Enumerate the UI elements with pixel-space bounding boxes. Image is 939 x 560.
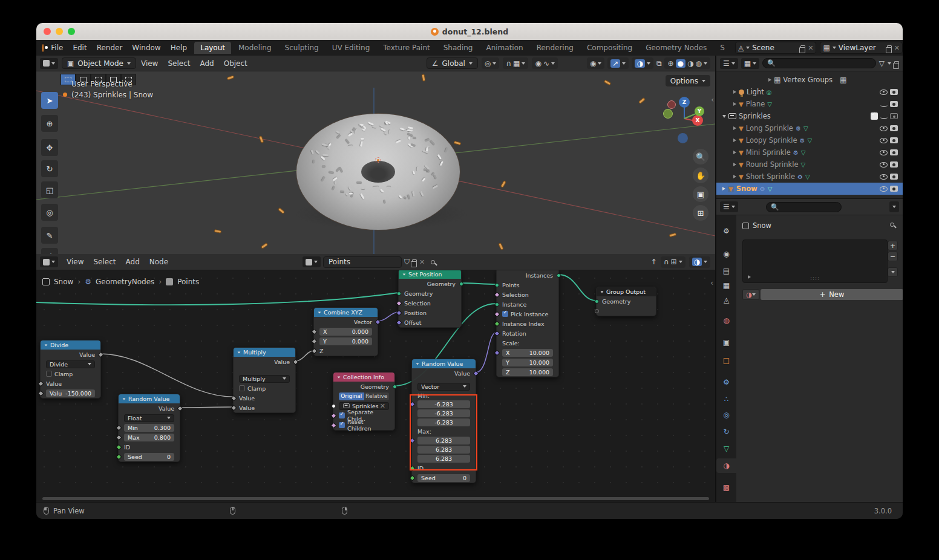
- minimize-window-button[interactable]: [56, 28, 63, 35]
- zoom-button[interactable]: 🔍: [693, 149, 708, 164]
- new-scene-icon[interactable]: [800, 45, 805, 50]
- outliner-row-vertex-groups[interactable]: ▦ Vertex Groups ▦: [716, 74, 903, 86]
- node-tree-name-field[interactable]: Points: [323, 256, 402, 268]
- menu-add[interactable]: Add: [121, 258, 145, 266]
- viewport-3d[interactable]: Options ➤ ⊕ ✥ ↻ ◱ ◎ ✎ ∠ User Perspective…: [36, 71, 715, 254]
- hide-eye-icon[interactable]: [880, 90, 888, 95]
- socket-instance-in[interactable]: [495, 302, 499, 307]
- tab-material[interactable]: ◑: [716, 458, 736, 473]
- collection-checkbox[interactable]: [871, 112, 878, 120]
- menu-file[interactable]: File: [46, 44, 68, 52]
- workspace-tab-sculpting[interactable]: Sculpting: [279, 42, 325, 54]
- workspace-tab-layout[interactable]: Layout: [194, 42, 231, 54]
- tab-view-layer[interactable]: ▦: [716, 278, 736, 293]
- disclosure-icon[interactable]: [722, 115, 726, 118]
- hidden-eye-icon[interactable]: [880, 116, 888, 119]
- socket-geometry-out[interactable]: [459, 282, 463, 286]
- hide-eye-icon[interactable]: [880, 162, 888, 168]
- workspace-tab-animation[interactable]: Animation: [480, 42, 529, 54]
- tab-constraints[interactable]: ↻: [716, 425, 736, 439]
- close-window-button[interactable]: [44, 28, 51, 35]
- outliner-row-plane[interactable]: ▼ Plane ▽: [716, 98, 903, 110]
- close-icon[interactable]: ✕: [894, 44, 900, 52]
- menu-select[interactable]: Select: [88, 258, 120, 266]
- disclosure-icon[interactable]: [722, 187, 725, 190]
- socket-collection-in[interactable]: [332, 404, 336, 408]
- node-random-value-float[interactable]: Random Value Value Float Min0.300 Max0.8…: [118, 394, 180, 462]
- new-material-button[interactable]: +New: [761, 289, 903, 300]
- gizmo-z-axis[interactable]: Z: [679, 97, 690, 108]
- outliner-row-long-sprinkle[interactable]: ▼ Long Sprinkle ⚙ ▽: [716, 122, 903, 134]
- disclosure-icon[interactable]: [733, 138, 736, 142]
- outliner-search[interactable]: 🔍: [762, 58, 876, 68]
- min-field[interactable]: Min0.300: [124, 424, 174, 432]
- reset-children-checkbox[interactable]: [339, 422, 345, 428]
- orthographic-grid-button[interactable]: ⊞: [693, 205, 708, 221]
- xray-toggle-icon[interactable]: ⧉: [656, 59, 662, 68]
- workspace-tab-rendering[interactable]: Rendering: [531, 42, 580, 54]
- socket-points-in[interactable]: [495, 283, 499, 287]
- menu-view[interactable]: View: [62, 258, 88, 266]
- data-type-dropdown[interactable]: Float: [124, 414, 174, 422]
- max-field[interactable]: Max0.800: [124, 434, 174, 441]
- hide-eye-icon[interactable]: [880, 186, 888, 192]
- maximize-window-button[interactable]: [68, 28, 75, 35]
- outliner-row-round-sprinkle[interactable]: ▼ Round Sprinkle ▽: [716, 158, 903, 171]
- disable-render-icon[interactable]: [890, 89, 898, 95]
- fake-user-shield-icon[interactable]: ⛉: [404, 258, 410, 266]
- disclosure-icon[interactable]: [733, 163, 736, 166]
- menu-add[interactable]: Add: [195, 59, 218, 68]
- tool-move[interactable]: ✥: [41, 139, 58, 156]
- socket-virtual-in[interactable]: [595, 309, 599, 313]
- wireframe-shading-icon[interactable]: ⊕: [667, 59, 673, 68]
- clamp-checkbox[interactable]: [46, 371, 52, 377]
- pivot-point-dropdown[interactable]: ◎: [482, 57, 499, 69]
- socket-geometry-in[interactable]: [595, 299, 599, 304]
- outliner-row-light[interactable]: Light ◎: [716, 86, 903, 98]
- workspace-tab-texture-paint[interactable]: Texture Paint: [377, 42, 436, 54]
- gizmo-x-axis[interactable]: X: [692, 115, 703, 126]
- menu-object[interactable]: Object: [219, 59, 252, 68]
- breadcrumb-node-group[interactable]: Points: [177, 278, 199, 286]
- editor-type-button[interactable]: [40, 256, 58, 267]
- show-gizmo-dropdown[interactable]: ◉: [587, 57, 604, 69]
- workspace-tab-uv-editing[interactable]: UV Editing: [326, 42, 376, 54]
- node-tree-type-button[interactable]: [303, 256, 321, 267]
- properties-editor-button[interactable]: ☰: [720, 201, 738, 212]
- hide-eye-icon[interactable]: [880, 174, 888, 180]
- slot-list-expand-icon[interactable]: [748, 275, 751, 279]
- hide-eye-icon[interactable]: [880, 150, 888, 155]
- properties-search[interactable]: 🔍: [766, 202, 842, 212]
- new-collection-icon[interactable]: [894, 61, 899, 66]
- tool-cursor[interactable]: ⊕: [41, 115, 58, 132]
- disclosure-icon[interactable]: [768, 78, 771, 82]
- transform-orientation-dropdown[interactable]: ∠Global: [427, 57, 478, 69]
- tab-object-data[interactable]: ▽: [716, 441, 736, 456]
- breadcrumb-modifier[interactable]: GeometryNodes: [96, 278, 154, 286]
- transform-space-toggle[interactable]: OriginalRelative: [339, 392, 389, 400]
- disable-render-icon[interactable]: [890, 161, 898, 168]
- material-shading-icon[interactable]: ◑: [687, 59, 693, 68]
- disable-render-icon[interactable]: [890, 137, 898, 143]
- camera-view-button[interactable]: ▣: [693, 186, 708, 202]
- node-editor[interactable]: Snow › ⚙ GeometryNodes › Points ‹ Divide…: [36, 270, 715, 502]
- workspace-tab-modeling[interactable]: Modeling: [232, 42, 278, 54]
- close-icon[interactable]: ✕: [808, 44, 813, 52]
- workspace-tab-compositing[interactable]: Compositing: [581, 42, 638, 54]
- outliner-filter-id-dropdown[interactable]: ▦: [741, 58, 759, 69]
- menu-view[interactable]: View: [136, 59, 163, 68]
- outliner-row-mini-sprinkle[interactable]: ▼ Mini Sprinkle ⚙ ▽: [716, 146, 903, 158]
- snap-controls[interactable]: ∩▦: [503, 57, 528, 69]
- tab-tool[interactable]: ⚙: [716, 224, 736, 238]
- data-type-dropdown[interactable]: Vector: [417, 383, 470, 391]
- gizmo-x-negative[interactable]: [667, 100, 676, 109]
- pin-icon[interactable]: [431, 260, 435, 264]
- menu-select[interactable]: Select: [163, 59, 195, 68]
- menu-help[interactable]: Help: [166, 44, 192, 52]
- pick-instance-checkbox[interactable]: [502, 311, 508, 317]
- seed-field[interactable]: Seed0: [417, 474, 470, 482]
- disclosure-icon[interactable]: [733, 90, 736, 94]
- node-set-position[interactable]: Set Position Geometry Geometry Selection…: [398, 270, 462, 328]
- workspace-tab-shading[interactable]: Shading: [437, 42, 479, 54]
- tab-texture[interactable]: ▩: [716, 480, 736, 495]
